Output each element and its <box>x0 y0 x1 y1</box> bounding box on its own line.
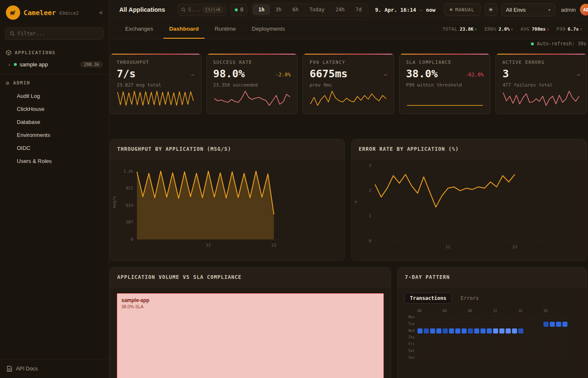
card-accent-gradient <box>399 54 491 55</box>
heatmap-cell <box>518 349 523 354</box>
environment-select[interactable]: All Envs ▾ <box>501 3 555 16</box>
tabbar: ExchangesDashboardRuntimeDeployments TOT… <box>109 20 588 39</box>
svg-text:1.2k: 1.2k <box>123 169 133 173</box>
time-range-today[interactable]: Today <box>304 5 330 15</box>
time-range-6h[interactable]: 6h <box>287 5 303 15</box>
throughput-chart-panel: THROUGHPUT BY APPLICATION (MSG/S) 030761… <box>110 139 345 261</box>
heatmap-cell <box>417 349 423 354</box>
sidebar-collapse-button[interactable]: « <box>99 9 103 16</box>
topbar: All Applications S... Ctrl+K O 1h3h6hTod… <box>109 0 588 20</box>
heatmap-cell <box>518 328 523 333</box>
sidebar-item-oidc[interactable]: OIDC <box>0 142 109 155</box>
heatmap-cell <box>550 322 555 327</box>
treemap-block-sample-app[interactable]: sample-app 38.0% SLA <box>117 293 384 378</box>
heatmap-grid <box>417 315 567 360</box>
date-range-display[interactable]: 9. Apr. 16:14 — now <box>375 7 436 13</box>
heatmap-cell <box>562 322 567 327</box>
arrow-up-icon: ↑ <box>580 27 582 32</box>
online-status-dot <box>235 8 238 11</box>
stat-title: SLA COMPLIANCE <box>406 60 484 65</box>
filter-placeholder: Filter... <box>18 31 45 37</box>
heatmap-cell <box>550 335 555 340</box>
tab-deployments[interactable]: Deployments <box>246 20 291 39</box>
throughput-chart: 03076149211.2k1223msg/s <box>110 159 344 260</box>
user-avatar[interactable]: AD <box>580 4 588 16</box>
admin-list: Audit LogClickHouseDatabaseEnvironmentsO… <box>0 89 109 168</box>
heatmap-cell <box>487 315 492 320</box>
time-range-24h[interactable]: 24h <box>331 5 350 15</box>
online-status-pill[interactable]: O <box>231 4 247 16</box>
heatmap-tab-transactions[interactable]: Transactions <box>404 293 452 304</box>
metric-value: 2.0% <box>499 26 510 32</box>
heatmap-cell <box>424 315 429 320</box>
heatmap-cell <box>493 342 498 347</box>
heatmap-cell <box>474 342 479 347</box>
heatmap-cell <box>455 342 460 347</box>
time-range-3h[interactable]: 3h <box>270 5 286 15</box>
admin-section-header: ⚙ ADMIN <box>0 76 109 89</box>
heatmap-cell <box>562 315 567 320</box>
svg-text:23: 23 <box>271 243 276 247</box>
heatmap-cell <box>543 315 549 320</box>
treemap-block-name: sample-app <box>121 297 379 303</box>
heatmap-cell <box>512 355 517 360</box>
sidebar-filter-input[interactable]: Filter... <box>5 27 104 40</box>
heatmap-cell <box>462 335 467 340</box>
sidebar-item-clickhouse[interactable]: ClickHouse <box>0 102 109 116</box>
heatmap-cell <box>550 328 555 333</box>
sidebar-item-users-roles[interactable]: Users & Roles <box>0 155 109 168</box>
error-rate-chart: 01231223% <box>352 159 587 260</box>
time-range-7d[interactable]: 7d <box>350 5 366 15</box>
search-input[interactable]: S... Ctrl+K <box>178 4 226 16</box>
heatmap-cell <box>537 315 542 320</box>
theme-toggle-button[interactable]: ☀ <box>485 3 497 16</box>
svg-text:msg/s: msg/s <box>112 196 116 208</box>
heatmap-cell <box>474 335 479 340</box>
chevron-right-icon[interactable]: › <box>8 61 11 68</box>
heatmap-cell <box>480 315 486 320</box>
sidebar-item-audit-log[interactable]: Audit Log <box>0 89 109 102</box>
heatmap-cell <box>543 355 549 360</box>
tab-exchanges[interactable]: Exchanges <box>119 20 159 39</box>
main-content: All Applications S... Ctrl+K O 1h3h6hTod… <box>109 0 588 378</box>
heatmap-day-label: Wed <box>404 328 415 333</box>
heatmap-cell <box>531 342 536 347</box>
heatmap-cell <box>468 355 473 360</box>
heatmap-cell <box>455 335 460 340</box>
throughput-chart-title: THROUGHPUT BY APPLICATION (MSG/S) <box>110 139 344 159</box>
svg-text:0: 0 <box>369 239 371 243</box>
metric-value: 23.8K <box>459 26 473 32</box>
metric-total: TOTAL23.8K↑ <box>443 26 477 32</box>
tab-runtime[interactable]: Runtime <box>209 20 242 39</box>
heatmap-cell <box>474 349 479 354</box>
sidebar-item-database[interactable]: Database <box>0 116 109 129</box>
heatmap-cell <box>462 355 467 360</box>
sidebar-item-application[interactable]: ›sample app208.3k <box>0 59 109 70</box>
heatmap-cell <box>512 328 517 333</box>
sidebar-item-environments[interactable]: Environments <box>0 129 109 142</box>
time-range-1h[interactable]: 1h <box>253 5 269 15</box>
heatmap-cell <box>449 328 454 333</box>
stat-cards-row: THROUGHPUT7/s–23.827 msg totalSUCCESS RA… <box>109 48 588 114</box>
heatmap-cell <box>455 322 460 327</box>
stat-subtitle: 23.350 succeeded <box>213 82 291 88</box>
heatmap-cell <box>468 335 473 340</box>
manual-refresh-button[interactable]: MANUAL <box>444 3 480 16</box>
heatmap-cell <box>468 342 473 347</box>
heatmap-cell <box>430 322 435 327</box>
auto-refresh-dot <box>531 42 534 45</box>
heatmap-cell <box>556 322 561 327</box>
chevron-down-icon: ▾ <box>539 8 551 12</box>
heatmap-hour-labels: 000408121620 <box>417 309 567 315</box>
tab-dashboard[interactable]: Dashboard <box>163 20 205 39</box>
heatmap-cell <box>537 355 542 360</box>
heatmap-cell <box>468 349 473 354</box>
heatmap-cell <box>537 349 542 354</box>
heatmap-tab-errors[interactable]: Errors <box>455 293 484 304</box>
heatmap-cell <box>424 342 429 347</box>
heatmap-cell <box>499 349 504 354</box>
heatmap-cell <box>430 328 435 333</box>
heatmap-cell <box>449 355 454 360</box>
heatmap-cell <box>525 349 530 354</box>
api-docs-link[interactable]: API Docs <box>0 359 109 378</box>
